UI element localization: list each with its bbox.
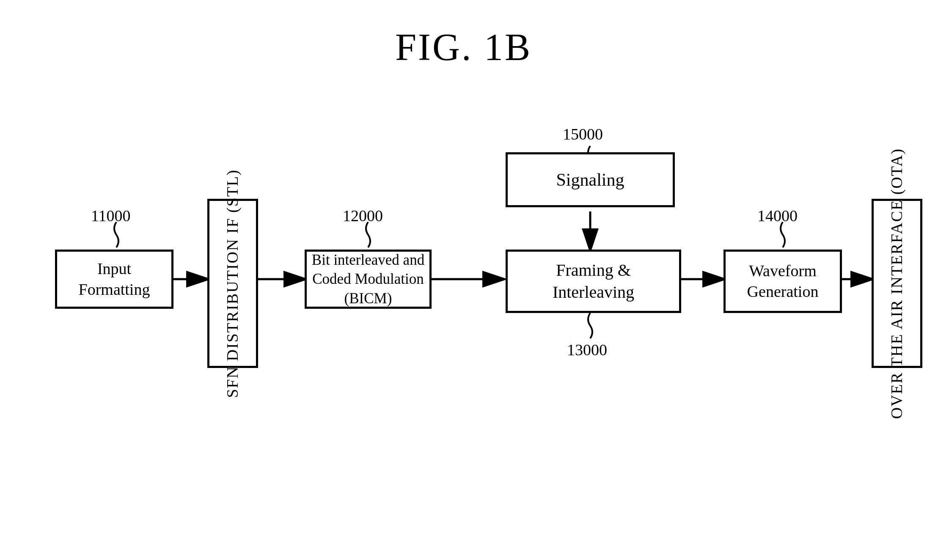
- label-13000: 13000: [567, 340, 607, 359]
- label-11000: 11000: [91, 206, 131, 225]
- waveform-box: WaveformGeneration: [723, 250, 842, 313]
- diagram-area: InputFormatting 11000 SFN DISTRIBUTION I…: [0, 97, 927, 560]
- input-formatting-box: InputFormatting: [55, 250, 173, 309]
- sfn-label: SFN DISTRIBUTION IF (STL): [222, 169, 243, 398]
- sfn-box: SFN DISTRIBUTION IF (STL): [207, 199, 258, 368]
- figure-title: FIG. 1B: [0, 0, 927, 86]
- label-12000: 12000: [343, 206, 383, 225]
- arrows-svg: [0, 97, 927, 560]
- label-15000: 15000: [563, 125, 603, 143]
- ota-box: OVER THE AIR INTERFACE (OTA): [872, 199, 922, 368]
- bicm-box: Bit interleaved andCoded Modulation(BICM…: [305, 250, 432, 309]
- ota-label: OVER THE AIR INTERFACE (OTA): [886, 148, 907, 419]
- framing-box: Framing &Interleaving: [506, 250, 681, 313]
- signaling-box: Signaling: [506, 152, 675, 207]
- label-14000: 14000: [757, 206, 798, 225]
